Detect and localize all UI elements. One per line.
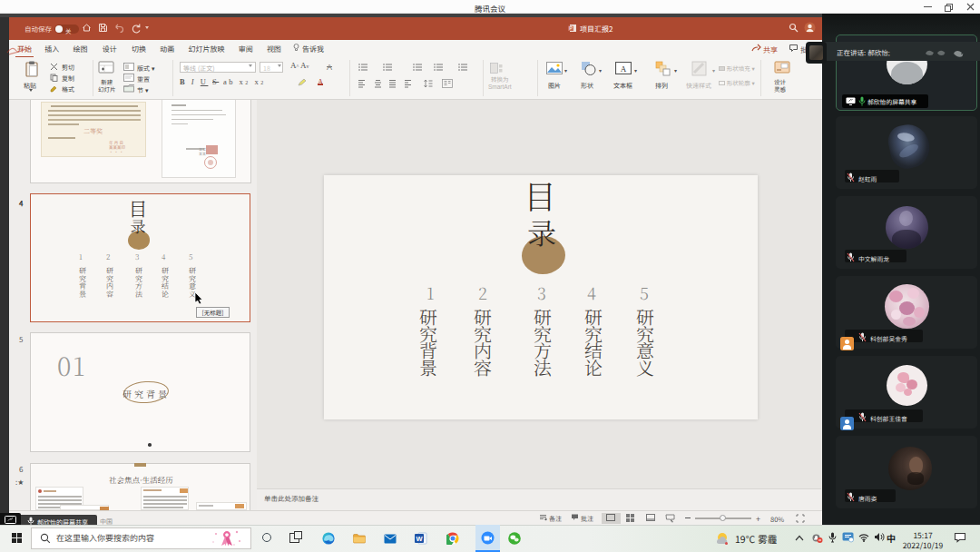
svg-text:W: W [416,535,423,543]
svg-text:P: P [569,25,573,31]
svg-text:A: A [621,64,627,74]
